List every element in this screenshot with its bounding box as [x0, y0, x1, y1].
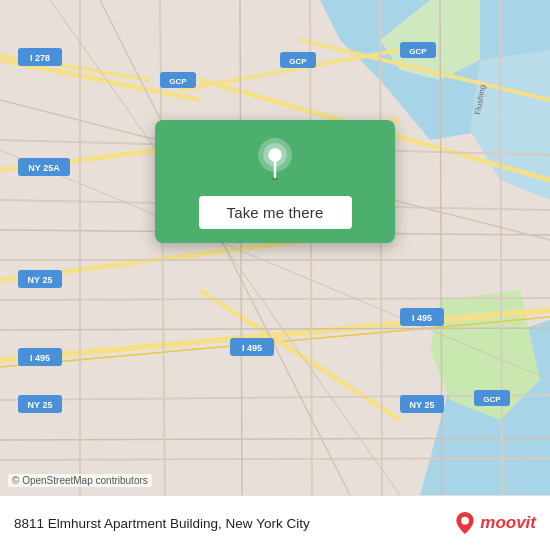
- moovit-pin-icon: [454, 512, 476, 534]
- svg-text:GCP: GCP: [483, 395, 501, 404]
- location-title: 8811 Elmhurst Apartment Building, New Yo…: [14, 516, 444, 531]
- svg-text:NY 25: NY 25: [410, 400, 435, 410]
- moovit-logo: moovit: [454, 512, 536, 534]
- svg-text:NY 25A: NY 25A: [28, 163, 60, 173]
- moovit-brand-label: moovit: [480, 513, 536, 533]
- take-me-there-button[interactable]: Take me there: [199, 196, 352, 229]
- svg-text:GCP: GCP: [169, 77, 187, 86]
- location-pin-icon: [253, 138, 297, 182]
- svg-point-70: [461, 517, 469, 525]
- osm-credit: © OpenStreetMap contributors: [8, 474, 152, 487]
- map-background: NY 25A NY 25 NY 25 I 495 I 495 I 495 NY …: [0, 0, 550, 495]
- svg-text:I 495: I 495: [30, 353, 50, 363]
- svg-text:GCP: GCP: [409, 47, 427, 56]
- svg-text:GCP: GCP: [289, 57, 307, 66]
- svg-text:NY 25: NY 25: [28, 400, 53, 410]
- svg-text:NY 25: NY 25: [28, 275, 53, 285]
- svg-text:I 495: I 495: [412, 313, 432, 323]
- svg-text:I 278: I 278: [30, 53, 50, 63]
- svg-point-68: [268, 148, 282, 162]
- svg-text:I 495: I 495: [242, 343, 262, 353]
- location-card: Take me there: [155, 120, 395, 243]
- map-container: NY 25A NY 25 NY 25 I 495 I 495 I 495 NY …: [0, 0, 550, 495]
- footer: 8811 Elmhurst Apartment Building, New Yo…: [0, 495, 550, 550]
